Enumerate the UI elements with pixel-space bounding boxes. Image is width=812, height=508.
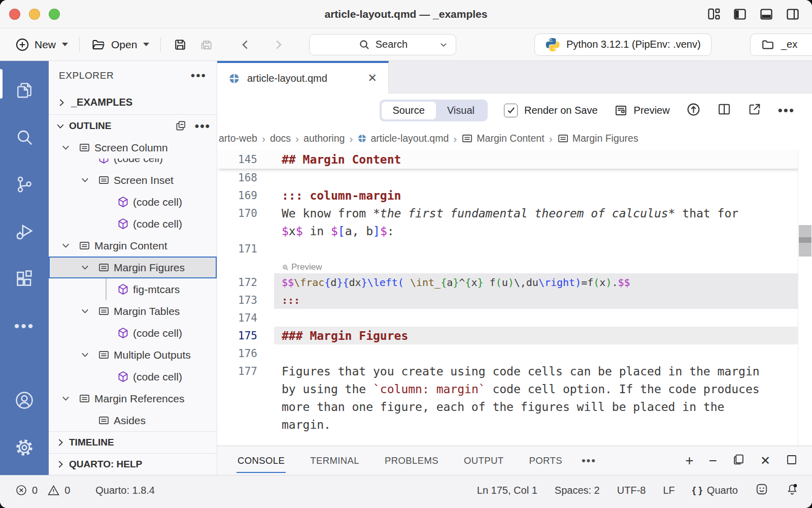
code-line-174[interactable]: 174 <box>217 309 812 327</box>
panel-more-tabs-icon[interactable]: ••• <box>582 454 596 467</box>
search-input[interactable]: Search <box>309 34 456 55</box>
more-views-icon[interactable]: ••• <box>0 311 49 341</box>
project-button[interactable]: _ex <box>750 34 812 56</box>
code-line-176[interactable]: 176 <box>217 344 812 362</box>
code-line-177[interactable]: 177Figures that you create using code ce… <box>217 362 812 380</box>
outline-section-header[interactable]: OUTLINE ••• <box>49 115 217 137</box>
cursor-position-status[interactable]: Ln 175, Col 1 <box>477 485 537 496</box>
panel-tab-ports[interactable]: PORTS <box>528 448 563 473</box>
panel-tab-terminal[interactable]: TERMINAL <box>309 448 360 473</box>
panel-tab-console[interactable]: CONSOLE <box>236 448 286 473</box>
editor-scrollbar[interactable] <box>798 150 812 446</box>
eol-status[interactable]: LF <box>663 485 674 496</box>
outline-item-margin-references[interactable]: Margin References <box>49 388 217 409</box>
toggle-left-sidebar-icon[interactable] <box>733 7 747 21</box>
sticky-scroll-line[interactable]: 145## Margin Content <box>217 150 812 169</box>
mode-source-button[interactable]: Source <box>382 102 436 119</box>
breadcrumb-item[interactable]: Margin Content <box>461 133 544 144</box>
publish-icon[interactable] <box>686 102 701 119</box>
code-line-168[interactable]: 168 <box>217 169 812 186</box>
code-line-169[interactable]: 169::: column-margin <box>217 186 812 204</box>
code-line-wrap[interactable]: more than one figure, each of the figure… <box>217 398 812 416</box>
explorer-view-icon[interactable] <box>0 75 49 105</box>
outline-item--code-cell-[interactable]: (code cell) <box>49 366 217 388</box>
breadcrumb-item[interactable]: authoring <box>303 133 345 144</box>
panel-close-icon[interactable]: ✕ <box>760 455 770 467</box>
close-tab-icon[interactable]: ✕ <box>368 72 377 85</box>
code-line-wrap[interactable]: by using the `column: margin` code cell … <box>217 380 812 398</box>
code-line-172[interactable]: 172$$\frac{d}{dx}\left( \int_{a}^{x} f(u… <box>217 273 812 291</box>
outline-item-fig-mtcars[interactable]: fig-mtcars <box>49 278 217 300</box>
outline-item-margin-tables[interactable]: Margin Tables <box>49 300 217 322</box>
language-mode-status[interactable]: { } Quarto <box>692 485 738 496</box>
indentation-status[interactable]: Spaces: 2 <box>555 485 600 496</box>
timeline-section-header[interactable]: TIMELINE <box>49 431 217 453</box>
new-button[interactable]: New <box>10 38 73 52</box>
toggle-bottom-panel-icon[interactable] <box>759 7 773 21</box>
breadcrumb-item[interactable]: article-layout.qmd <box>357 133 449 144</box>
outline-more-actions-icon[interactable]: ••• <box>195 119 211 133</box>
feedback-smiley-icon[interactable] <box>755 483 768 498</box>
close-window-button[interactable] <box>9 9 20 20</box>
split-editor-icon[interactable] <box>717 102 731 118</box>
zoom-window-button[interactable] <box>49 9 60 20</box>
quarto-help-section-header[interactable]: QUARTO: HELP <box>49 453 217 475</box>
code-line-173[interactable]: 173::: <box>217 291 812 309</box>
math-preview-lens[interactable]: Preview <box>217 258 812 273</box>
outline-item-screen-inset[interactable]: Screen Inset <box>49 169 217 191</box>
preview-button[interactable]: Preview <box>614 104 670 117</box>
scrollbar-thumb[interactable] <box>799 225 811 257</box>
account-icon[interactable] <box>0 385 49 416</box>
code-line-170[interactable]: 170We know from *the first fundamental t… <box>217 204 812 222</box>
encoding-status[interactable]: UTF-8 <box>617 485 646 496</box>
outline-item--code-cell-[interactable]: (code cell) <box>49 322 217 344</box>
code-line-171[interactable]: 171 <box>217 240 812 258</box>
save-button[interactable] <box>167 38 193 52</box>
open-external-icon[interactable] <box>748 102 762 118</box>
outline-item-screen-column[interactable]: Screen Column <box>49 137 217 158</box>
outline-item--code-cell-[interactable]: (code cell) <box>49 191 217 213</box>
navigate-back-button[interactable] <box>233 38 258 51</box>
breadcrumb-item[interactable]: arto-web <box>219 133 257 144</box>
outline-item--code-cell-[interactable]: (code cell) <box>49 213 217 235</box>
panel-maximize-icon[interactable] <box>786 454 798 468</box>
notifications-bell-icon[interactable] <box>786 483 799 498</box>
outline-item-multiple-outputs[interactable]: Multiple Outputs <box>49 344 217 366</box>
source-control-view-icon[interactable] <box>0 169 49 200</box>
editor-tab-article-layout[interactable]: article-layout.qmd ✕ <box>217 61 389 93</box>
render-on-save-checkbox[interactable] <box>504 104 518 117</box>
extensions-view-icon[interactable] <box>0 264 49 294</box>
explorer-more-actions-icon[interactable]: ••• <box>191 69 207 83</box>
toggle-right-sidebar-icon[interactable] <box>786 7 800 21</box>
customize-layout-icon[interactable] <box>707 7 721 21</box>
minimize-window-button[interactable] <box>29 9 40 20</box>
outline-item-margin-content[interactable]: Margin Content <box>49 235 217 257</box>
navigate-forward-button[interactable] <box>265 38 291 51</box>
panel-plus-icon[interactable]: + <box>685 454 693 468</box>
panel-split-icon[interactable] <box>732 453 745 468</box>
workspace-section-examples[interactable]: _EXAMPLES <box>49 90 217 115</box>
save-all-button[interactable] <box>193 38 220 52</box>
open-button[interactable]: Open <box>86 38 154 52</box>
editor-more-actions-icon[interactable]: ••• <box>778 103 795 118</box>
outline-item-asides[interactable]: Asides <box>49 409 217 431</box>
panel-tab-output[interactable]: OUTPUT <box>463 448 504 473</box>
problems-status[interactable]: 0 0 <box>15 484 70 497</box>
code-line-wrap[interactable]: margin. <box>217 416 812 433</box>
breadcrumb-item[interactable]: Margin Figures <box>557 133 638 144</box>
code-line-wrap[interactable]: $x$ in $[a, b]$: <box>217 222 812 240</box>
mode-visual-button[interactable]: Visual <box>436 102 486 119</box>
quarto-version-status[interactable]: Quarto: 1.8.4 <box>95 485 155 496</box>
outline-item-margin-figures[interactable]: Margin Figures <box>49 257 217 278</box>
breadcrumb-item[interactable]: docs <box>270 133 291 144</box>
outline-item--code-cell-[interactable]: (code cell) <box>49 158 217 169</box>
panel-tab-problems[interactable]: PROBLEMS <box>384 448 439 473</box>
run-debug-view-icon[interactable] <box>0 216 49 247</box>
settings-gear-icon[interactable] <box>0 432 49 463</box>
collapse-all-icon[interactable] <box>175 120 187 132</box>
panel-minus-icon[interactable]: − <box>709 454 717 468</box>
search-view-icon[interactable] <box>0 122 49 152</box>
interpreter-selector[interactable]: Python 3.12.1 (PipEnv: .venv) <box>534 34 712 56</box>
code-editor[interactable]: 145## Margin Content 168169::: column-ma… <box>217 150 812 446</box>
code-line-175[interactable]: 175### Margin Figures <box>217 327 812 344</box>
